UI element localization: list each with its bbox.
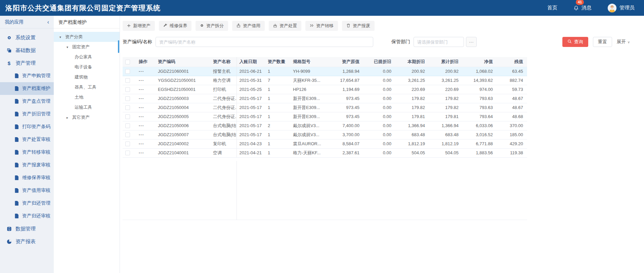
sidebar-subitem-asset-depreciation[interactable]: 资产折旧管理 xyxy=(0,108,54,120)
user-menu[interactable]: 管理员 xyxy=(608,4,635,12)
cell-accrued-depreciation: 0.00 xyxy=(363,148,395,157)
search-icon xyxy=(567,39,572,45)
select-all-checkbox[interactable] xyxy=(125,60,130,64)
row-actions-button[interactable]: ··· xyxy=(139,87,144,92)
asset-category-tree: ▾ 资产分类 ▾ 固定资产 办公家具 电子设备 建筑物 器具、工具 土地 运输工… xyxy=(54,29,120,122)
cell-spec-model: HP126 xyxy=(290,85,330,94)
filter-bar: 资产编码/名称 保管部门 ··· 查询 重置 展开 ∨ xyxy=(123,37,630,47)
app-title: 洛阳市公共交通集团有限公司固定资产管理系统 xyxy=(5,3,161,13)
scrap-asset-button[interactable]: 资产报废 xyxy=(342,21,375,31)
column-header-ops: 操作 xyxy=(136,57,155,67)
row-checkbox[interactable] xyxy=(125,78,130,83)
cell-entry-date: 2021-05-17 xyxy=(237,103,265,112)
tree-scrollbar-thumb[interactable] xyxy=(118,40,119,53)
sidebar-subitem-borrow-audit[interactable]: 资产借用审核 xyxy=(0,184,54,197)
cell-spec-model: 格力-天丽KF... xyxy=(290,148,330,157)
collapse-sidebar-icon[interactable]: ‹ xyxy=(47,19,49,25)
tree-node-electronic-equipment[interactable]: 电子设备 xyxy=(54,62,120,72)
table-row: ··· EGSHDZ21050001 打印机 2021-05-25 1 HP12… xyxy=(123,85,527,94)
row-actions-button[interactable]: ··· xyxy=(139,114,144,119)
row-checkbox[interactable] xyxy=(125,132,130,137)
cell-original-value: 8,584.07 xyxy=(330,139,363,148)
filter-actions: 查询 重置 展开 ∨ xyxy=(562,37,630,47)
double-arrow-icon xyxy=(310,23,314,29)
row-actions-button[interactable]: ··· xyxy=(139,105,144,110)
row-checkbox[interactable] xyxy=(125,69,130,74)
sidebar-subitem-asset-inventory[interactable]: 资产盘点管理 xyxy=(0,95,54,108)
tree-node-land[interactable]: 土地 xyxy=(54,92,120,102)
cell-residual-value: 119.38 xyxy=(497,148,527,157)
wrench-icon xyxy=(163,23,167,29)
tree-node-fixed-assets[interactable]: ▾ 固定资产 xyxy=(54,42,120,52)
sidebar-item-asset-reports[interactable]: 资产报表 xyxy=(0,235,54,248)
cell-residual-value: 63.45 xyxy=(497,67,527,76)
reset-button[interactable]: 重置 xyxy=(593,37,612,47)
cell-accumulated-depreciation: 200.92 xyxy=(429,67,463,76)
user-name: 管理员 xyxy=(619,5,635,11)
row-checkbox[interactable] xyxy=(125,114,130,119)
row-actions-button[interactable]: ··· xyxy=(139,123,144,128)
row-checkbox[interactable] xyxy=(125,96,130,101)
dept-picker-button[interactable]: ··· xyxy=(466,37,477,47)
tree-node-transport[interactable]: 运输工具 xyxy=(54,102,120,112)
sidebar-subitem-return-management[interactable]: 资产归还管理 xyxy=(0,197,54,210)
cell-residual-value: 48.67 xyxy=(497,94,527,103)
sidebar-subitem-scrap-audit[interactable]: 资产报废审核 xyxy=(0,159,54,171)
split-asset-button[interactable]: 资产拆分 xyxy=(196,21,228,31)
table-row: ··· JGDZ21040001 空调 2021-04-21 1 格力-天丽KF… xyxy=(123,148,527,157)
sidebar-item-system-settings[interactable]: 系统设置 xyxy=(0,31,54,44)
cell-asset-code: JGDZ21050003 xyxy=(155,94,210,103)
messages-button[interactable]: 41 消息 xyxy=(573,5,592,11)
expand-toggle[interactable]: 展开 ∨ xyxy=(617,39,630,45)
row-checkbox[interactable] xyxy=(125,87,130,92)
row-actions-button[interactable]: ··· xyxy=(139,96,144,101)
caret-down-icon[interactable]: ▾ xyxy=(67,45,70,49)
document-icon xyxy=(14,124,19,129)
cell-accumulated-depreciation: 179.81 xyxy=(429,112,463,121)
caret-down-icon[interactable]: ▾ xyxy=(59,35,63,39)
search-button[interactable]: 查询 xyxy=(562,37,588,47)
cell-spec-model: 震旦AUROR... xyxy=(290,139,330,148)
cell-accrued-depreciation: 0.00 xyxy=(363,85,395,94)
row-checkbox[interactable] xyxy=(125,151,130,155)
row-actions-button[interactable]: ··· xyxy=(139,150,144,155)
sidebar-header: 我的应用 ‹ xyxy=(0,16,54,29)
row-checkbox[interactable] xyxy=(125,105,130,110)
cell-residual-value: 59.73 xyxy=(497,85,527,94)
nav-home[interactable]: 首页 xyxy=(547,5,557,11)
sidebar-subitem-return-audit[interactable]: 资产归还审核 xyxy=(0,210,54,222)
borrow-asset-button[interactable]: 资产借用 xyxy=(232,21,265,31)
cell-entry-date: 2021-05-17 xyxy=(237,121,265,130)
cell-current-depreciation: 3,261.25 xyxy=(395,76,429,85)
add-asset-button[interactable]: 新增资产 xyxy=(123,21,155,31)
sidebar-subitem-print-barcode[interactable]: 打印资产条码 xyxy=(0,120,54,133)
dispose-asset-button[interactable]: 资产处置 xyxy=(269,21,301,31)
row-checkbox[interactable] xyxy=(125,123,130,128)
sidebar-subitem-asset-purchase[interactable]: 资产申购管理 xyxy=(0,69,54,82)
cell-residual-value: 48.68 xyxy=(497,112,527,121)
sidebar-subitem-disposal-audit[interactable]: 资产处置审核 xyxy=(0,133,54,146)
sidebar-item-asset-management[interactable]: $ 资产管理 xyxy=(0,57,54,69)
sidebar-subitem-maintenance-audit[interactable]: 维修保养审核 xyxy=(0,171,54,184)
row-checkbox[interactable] xyxy=(125,142,130,146)
tree-node-tools[interactable]: 器具、工具 xyxy=(54,82,120,92)
tree-node-buildings[interactable]: 建筑物 xyxy=(54,72,120,82)
row-actions-button[interactable]: ··· xyxy=(139,132,144,137)
maintenance-button[interactable]: 维修保养 xyxy=(159,21,191,31)
sidebar-subitem-asset-archive[interactable]: 资产档案维护 xyxy=(0,82,54,95)
row-actions-button[interactable]: ··· xyxy=(139,69,144,74)
document-icon xyxy=(14,86,19,91)
cell-spec-model: 新开普E309... xyxy=(290,112,330,121)
tree-node-asset-category[interactable]: ▾ 资产分类 xyxy=(54,32,120,42)
row-actions-button[interactable]: ··· xyxy=(139,78,144,83)
sidebar-item-data-management[interactable]: 数据管理 xyxy=(0,222,54,235)
transfer-asset-button[interactable]: 资产转移 xyxy=(305,21,338,31)
caret-right-icon[interactable]: ▸ xyxy=(67,116,70,119)
dept-input[interactable] xyxy=(414,37,464,47)
row-actions-button[interactable]: ··· xyxy=(139,141,144,146)
sidebar-subitem-transfer-audit[interactable]: 资产转移审核 xyxy=(0,146,54,159)
sidebar-item-base-data[interactable]: 基础数据 xyxy=(0,44,54,57)
asset-code-input[interactable] xyxy=(156,37,373,47)
tree-node-office-furniture[interactable]: 办公家具 xyxy=(54,52,120,62)
tree-node-other-assets[interactable]: ▸ 其它资产 xyxy=(54,112,120,122)
